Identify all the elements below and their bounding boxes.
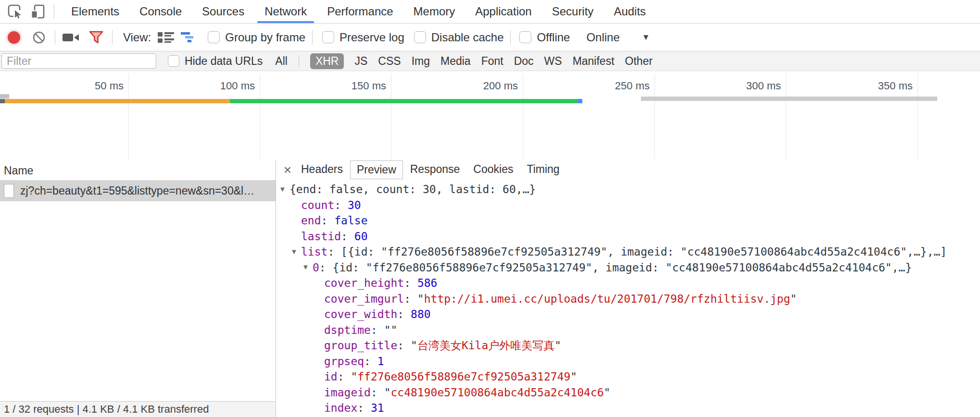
disable-cache-checkbox[interactable]: Disable cache bbox=[414, 31, 504, 44]
timeline-gridline bbox=[786, 74, 786, 160]
details-tab-headers[interactable]: Headers bbox=[295, 160, 349, 179]
close-details-button[interactable]: × bbox=[281, 163, 294, 177]
network-filterbar: Hide data URLs All XHRJSCSSImgMediaFontD… bbox=[0, 51, 980, 71]
tree-text-plain: : bbox=[364, 355, 377, 368]
filter-type-doc[interactable]: Doc bbox=[514, 55, 534, 68]
hide-data-urls-checkbox[interactable]: Hide data URLs bbox=[168, 55, 263, 68]
tree-text-key: count bbox=[301, 199, 334, 211]
toolbar-divider bbox=[112, 30, 113, 45]
record-icon bbox=[8, 31, 20, 44]
tree-text-plain: " bbox=[790, 293, 797, 305]
overview-bar-segment bbox=[230, 99, 578, 103]
preserve-log-label: Preserve log bbox=[339, 31, 404, 44]
preserve-log-checkbox[interactable]: Preserve log bbox=[322, 31, 404, 44]
tab-network[interactable]: Network bbox=[254, 0, 317, 23]
expand-arrow-icon[interactable]: ▼ bbox=[279, 185, 289, 193]
overview-corner-chip bbox=[0, 94, 9, 98]
details-tab-preview[interactable]: Preview bbox=[350, 160, 403, 179]
clear-button[interactable] bbox=[30, 28, 48, 47]
filter-input[interactable] bbox=[1, 53, 156, 69]
tree-row: index: 31 bbox=[276, 400, 980, 416]
filter-type-font[interactable]: Font bbox=[481, 55, 503, 68]
request-row[interactable]: zj?ch=beauty&t1=595&listtype=new&sn=30&l… bbox=[0, 180, 276, 201]
network-main: Name zj?ch=beauty&t1=595&listtype=new&sn… bbox=[0, 159, 980, 417]
filter-divider bbox=[299, 56, 299, 66]
tree-row: ▼{end: false, count: 30, lastid: 60,…} bbox=[276, 182, 980, 197]
timeline-gridline bbox=[128, 74, 129, 160]
tab-security[interactable]: Security bbox=[542, 0, 604, 23]
inspect-element-button[interactable] bbox=[6, 2, 24, 21]
large-rows-view-button[interactable] bbox=[157, 28, 175, 47]
tree-text-plain: : bbox=[321, 214, 335, 227]
tree-text-key: id bbox=[324, 370, 338, 383]
details-tab-response[interactable]: Response bbox=[404, 160, 466, 179]
device-toolbar-button[interactable] bbox=[29, 2, 47, 21]
network-overview[interactable]: 50 ms100 ms150 ms200 ms250 ms300 ms350 m… bbox=[0, 71, 980, 161]
throttling-select[interactable]: Online bbox=[586, 31, 619, 44]
tree-text-key: cover_width bbox=[324, 308, 397, 320]
tree-text-plain: : {id: "ff276e8056f58896e7cf92505a312749… bbox=[319, 261, 912, 274]
tab-application[interactable]: Application bbox=[465, 0, 541, 23]
expand-arrow-icon[interactable]: ▼ bbox=[290, 247, 301, 256]
tree-row: group_title: "台湾美女Kila户外唯美写真" bbox=[276, 338, 980, 354]
tab-elements[interactable]: Elements bbox=[61, 0, 129, 23]
tree-row: imageid: "cc48190e57100864abc4d55a2c4104… bbox=[276, 385, 980, 401]
overview-bar-segment bbox=[5, 99, 230, 103]
request-name: zj?ch=beauty&t1=595&listtype=new&sn=30&l… bbox=[20, 184, 254, 197]
offline-checkbox[interactable]: Offline bbox=[519, 31, 570, 44]
tab-sources[interactable]: Sources bbox=[192, 0, 254, 23]
camera-icon bbox=[62, 31, 80, 44]
tree-text-plain: : bbox=[404, 277, 417, 289]
tab-performance[interactable]: Performance bbox=[317, 0, 403, 23]
tree-text-plain: : bbox=[397, 308, 411, 320]
tree-text-plain: : bbox=[334, 199, 348, 211]
tree-text-bool: false bbox=[334, 214, 367, 227]
timeline-gridline bbox=[391, 74, 391, 160]
tree-text-plain: : bbox=[341, 230, 354, 243]
group-by-frame-checkbox[interactable]: Group by frame bbox=[208, 31, 305, 44]
tree-row: cover_height: 586 bbox=[276, 275, 980, 291]
details-tabs: HeadersPreviewResponseCookiesTiming bbox=[294, 160, 566, 179]
record-button[interactable] bbox=[5, 28, 23, 47]
filter-type-other[interactable]: Other bbox=[625, 55, 653, 68]
toolbar-divider bbox=[54, 4, 54, 19]
tree-text-plain: : " bbox=[338, 370, 358, 383]
details-tab-timing[interactable]: Timing bbox=[520, 160, 565, 179]
tree-row: grpseq: 1 bbox=[276, 354, 980, 369]
capture-screenshots-button[interactable] bbox=[62, 28, 80, 47]
column-header-name[interactable]: Name bbox=[0, 159, 276, 180]
overview-scroll-thumb[interactable] bbox=[641, 97, 937, 101]
tab-audits[interactable]: Audits bbox=[603, 0, 656, 23]
list-view-icon bbox=[158, 31, 174, 44]
tab-console[interactable]: Console bbox=[129, 0, 192, 23]
filter-toggle-button[interactable] bbox=[87, 28, 105, 47]
tree-row: ▼0: {id: "ff276e8056f58896e7cf92505a3127… bbox=[276, 260, 980, 276]
tree-text-num: 31 bbox=[371, 402, 384, 414]
requests-pane: Name zj?ch=beauty&t1=595&listtype=new&sn… bbox=[0, 159, 276, 417]
filter-type-media[interactable]: Media bbox=[440, 55, 471, 68]
filter-type-xhr[interactable]: XHR bbox=[310, 53, 344, 69]
filter-type-manifest[interactable]: Manifest bbox=[573, 55, 615, 68]
details-tab-cookies[interactable]: Cookies bbox=[467, 160, 519, 179]
tree-text-key: list bbox=[301, 245, 327, 258]
tab-memory[interactable]: Memory bbox=[403, 0, 465, 23]
filter-type-ws[interactable]: WS bbox=[544, 55, 562, 68]
filter-type-js[interactable]: JS bbox=[354, 55, 367, 68]
filter-type-img[interactable]: Img bbox=[412, 55, 430, 68]
funnel-filter-icon bbox=[88, 30, 104, 45]
details-pane: × HeadersPreviewResponseCookiesTiming ▼{… bbox=[276, 159, 980, 417]
expand-arrow-icon[interactable]: ▼ bbox=[302, 263, 313, 271]
timeline-tick-label: 100 ms bbox=[173, 80, 255, 92]
tree-text-plain: : [{id: "ff276e8056f58896e7cf92505a31274… bbox=[327, 245, 947, 258]
waterfall-view-button[interactable] bbox=[180, 28, 198, 47]
checkbox-icon bbox=[208, 31, 220, 43]
timeline-gridline bbox=[917, 74, 918, 160]
filter-type-css[interactable]: CSS bbox=[378, 55, 401, 68]
throttling-caret-icon[interactable]: ▼ bbox=[642, 33, 650, 42]
hide-data-urls-label: Hide data URLs bbox=[185, 55, 263, 68]
tree-text-str: 台湾美女Kila户外唯美写真 bbox=[417, 338, 554, 353]
timeline-gridline bbox=[654, 74, 655, 160]
filter-type-all[interactable]: All bbox=[275, 55, 288, 68]
filter-type-list: XHRJSCSSImgMediaFontDocWSManifestOther bbox=[305, 53, 658, 69]
network-toolbar: View: Group by frame Pres bbox=[0, 24, 980, 51]
